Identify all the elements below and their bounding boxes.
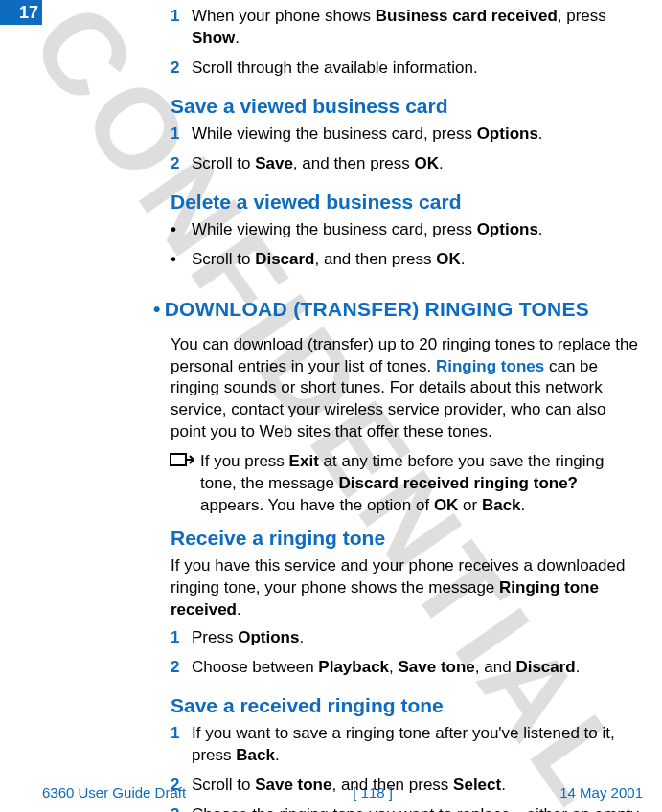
delete-viewed-bullets: • While viewing the business card, press… bbox=[171, 219, 643, 271]
list-item: 2 Choose between Playback, Save tone, an… bbox=[171, 657, 643, 679]
svg-rect-0 bbox=[171, 454, 186, 465]
step-number: 1 bbox=[171, 124, 192, 146]
list-item: 1 When your phone shows Business card re… bbox=[171, 6, 643, 50]
receive-steps: 1 Press Options. 2 Choose between Playba… bbox=[171, 627, 643, 679]
step-number: 3 bbox=[171, 804, 192, 812]
top-step-list: 1 When your phone shows Business card re… bbox=[171, 0, 643, 79]
bullet-icon: • bbox=[171, 219, 192, 241]
heading-download-tones: •DOWNLOAD (TRANSFER) RINGING TONES bbox=[153, 298, 643, 321]
list-item: 2 Scroll to Save, and then press OK. bbox=[171, 153, 643, 175]
list-item: 1 If you want to save a ringing tone aft… bbox=[171, 723, 643, 767]
list-item: • Scroll to Discard, and then press OK. bbox=[171, 249, 643, 271]
list-item: • While viewing the business card, press… bbox=[171, 219, 643, 241]
step-text: Choose the ringing tone you want to repl… bbox=[192, 804, 639, 812]
step-number: 1 bbox=[171, 6, 192, 28]
step-text: Choose between Playback, Save tone, and … bbox=[192, 657, 580, 679]
note-text: If you press Exit at any time before you… bbox=[200, 451, 643, 517]
step-number: 1 bbox=[171, 627, 192, 649]
list-item: 2 Scroll through the available informati… bbox=[171, 57, 643, 79]
note-block: If you press Exit at any time before you… bbox=[171, 451, 643, 517]
list-item: 1 While viewing the business card, press… bbox=[171, 124, 643, 146]
bullet-text: While viewing the business card, press O… bbox=[192, 219, 543, 241]
step-number: 1 bbox=[171, 723, 192, 745]
save-ring-steps: 1 If you want to save a ringing tone aft… bbox=[171, 723, 643, 812]
step-text: When your phone shows Business card rece… bbox=[192, 6, 643, 50]
list-item: 2 Scroll to Save tone, and then press Se… bbox=[171, 775, 643, 797]
heading-save-received-tone: Save a received ringing tone bbox=[171, 694, 643, 717]
receive-intro: If you have this service and your phone … bbox=[171, 555, 643, 621]
list-item: 1 Press Options. bbox=[171, 627, 643, 649]
step-text: Press Options. bbox=[192, 627, 304, 649]
step-text: If you want to save a ringing tone after… bbox=[192, 723, 643, 767]
list-item: 3 Choose the ringing tone you want to re… bbox=[171, 804, 643, 812]
step-number: 2 bbox=[171, 57, 192, 79]
step-number: 2 bbox=[171, 657, 192, 679]
page-content: 1 When your phone shows Business card re… bbox=[0, 0, 662, 812]
step-text: Scroll through the available information… bbox=[192, 57, 478, 79]
step-number: 2 bbox=[171, 775, 192, 797]
bullet-icon: • bbox=[171, 249, 192, 271]
heading-receive-tone: Receive a ringing tone bbox=[171, 527, 643, 550]
save-viewed-steps: 1 While viewing the business card, press… bbox=[171, 124, 643, 175]
step-text: Scroll to Save, and then press OK. bbox=[192, 153, 444, 175]
ringing-tones-link[interactable]: Ringing tones bbox=[436, 357, 544, 375]
step-text: While viewing the business card, press O… bbox=[192, 124, 543, 146]
step-number: 2 bbox=[171, 153, 192, 175]
heading-save-viewed-card: Save a viewed business card bbox=[171, 95, 643, 118]
step-text: Scroll to Save tone, and then press Sele… bbox=[192, 775, 506, 797]
note-arrow-icon bbox=[170, 451, 200, 476]
bullet-text: Scroll to Discard, and then press OK. bbox=[192, 249, 465, 271]
heading-delete-viewed-card: Delete a viewed business card bbox=[171, 191, 643, 214]
download-intro-paragraph: You can download (transfer) up to 20 rin… bbox=[171, 334, 643, 444]
